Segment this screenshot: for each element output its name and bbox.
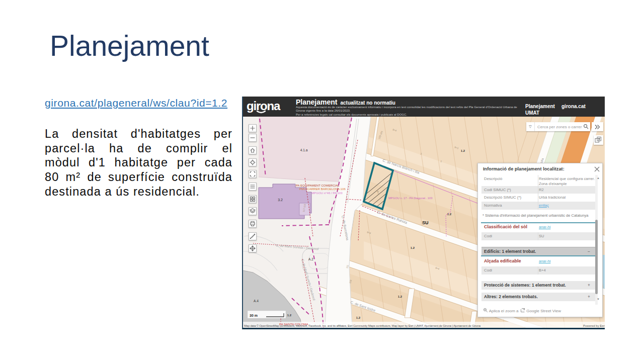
svg-text:Map data © OpenStreetMap contr: Map data © OpenStreetMap contributors, M… <box>244 324 481 327</box>
svg-text:1.2: 1.2 <box>287 314 292 317</box>
svg-text:30 m: 30 m <box>250 314 258 317</box>
svg-text:PA EQUIPAMENT COMERCIAL: PA EQUIPAMENT COMERCIAL <box>296 184 340 187</box>
svg-text:1.2: 1.2 <box>447 213 452 216</box>
svg-text:MPGOU n. 17 - PA Diagonal.. 10: MPGOU n. 17 - PA Diagonal.. 103 <box>388 197 433 200</box>
svg-text:A.4: A.4 <box>254 299 259 303</box>
svg-text:1.2: 1.2 <box>356 316 361 319</box>
svg-text:3.2: 3.2 <box>278 198 283 202</box>
svg-text:SU: SU <box>422 220 429 225</box>
svg-text:MPGOU n°46 / PA 103: MPGOU n°46 / PA 103 <box>311 191 343 195</box>
svg-text:1.2: 1.2 <box>461 149 465 152</box>
svg-text:PMU CARRER BARCELONA 106: PMU CARRER BARCELONA 106 <box>299 187 346 191</box>
svg-text:Powered by Esri: Powered by Esri <box>583 324 605 327</box>
svg-text:1.2: 1.2 <box>398 295 403 298</box>
svg-text:A.2: A.2 <box>308 257 313 261</box>
svg-text:4.1.a: 4.1.a <box>300 148 308 152</box>
svg-text:1.2: 1.2 <box>411 246 415 249</box>
svg-text:girona: girona <box>247 100 281 113</box>
